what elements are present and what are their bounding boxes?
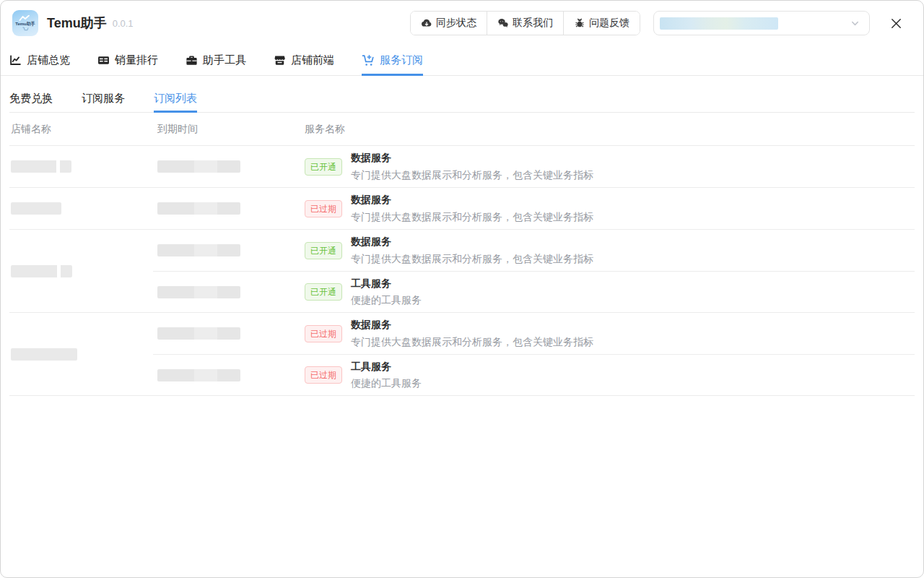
service-name: 数据服务 [351, 316, 593, 333]
shop-name-cell [9, 146, 153, 187]
storefront-icon [274, 54, 286, 66]
tab-label: 服务订阅 [380, 53, 423, 67]
table-group: 已过期数据服务专门提供大盘数据展示和分析服务，包含关键业务指标已过期工具服务便捷… [9, 313, 915, 396]
header-button-label: 同步状态 [436, 17, 476, 30]
tab-店铺前端[interactable]: 店铺前端 [274, 46, 334, 75]
table-row: 已过期数据服务专门提供大盘数据展示和分析服务，包含关键业务指标 [153, 313, 915, 354]
table-group: 已开通数据服务专门提供大盘数据展示和分析服务，包含关键业务指标已开通工具服务便捷… [9, 230, 915, 313]
header-button-group: 同步状态联系我们问题反馈 [410, 11, 640, 35]
redacted-expiry-time [157, 327, 240, 340]
service-description: 专门提供大盘数据展示和分析服务，包含关键业务指标 [351, 167, 593, 184]
shop-name-cell [9, 188, 153, 229]
tab-服务订阅[interactable]: 服务订阅 [362, 46, 423, 75]
chevron-down-icon [850, 19, 860, 28]
tab-label: 助手工具 [203, 53, 246, 67]
ranking-icon [97, 54, 110, 66]
sub-tab-bar: 免费兑换订阅服务订阅列表 [9, 85, 915, 112]
close-button[interactable] [889, 16, 903, 30]
line-chart-icon [9, 54, 22, 66]
header-button-label: 联系我们 [513, 17, 553, 30]
cart-icon [362, 54, 375, 67]
table-row: 已开通工具服务便捷的工具服务 [153, 271, 915, 312]
expiry-time-cell [153, 327, 300, 340]
service-name: 数据服务 [351, 191, 593, 208]
header-button-1[interactable]: 同步状态 [411, 12, 487, 35]
redacted-shop-name [660, 17, 778, 30]
main-tab-bar: 店铺总览销量排行助手工具店铺前端服务订阅 [1, 46, 923, 76]
tab-label: 店铺总览 [27, 53, 70, 67]
service-text: 数据服务专门提供大盘数据展示和分析服务，包含关键业务指标 [351, 150, 593, 183]
sub-tab-bar-wrap: 免费兑换订阅服务订阅列表 [9, 85, 915, 113]
service-text: 工具服务便捷的工具服务 [351, 358, 422, 392]
header-button-2[interactable]: 联系我们 [487, 12, 563, 35]
status-badge: 已开通 [305, 283, 342, 301]
redacted-shop-name [11, 202, 61, 215]
redacted-shop-name [11, 348, 77, 361]
service-cell: 已开通工具服务便捷的工具服务 [300, 275, 915, 309]
shop-selector[interactable] [653, 11, 870, 35]
service-rows: 已过期数据服务专门提供大盘数据展示和分析服务，包含关键业务指标 [153, 188, 915, 229]
tab-助手工具[interactable]: 助手工具 [186, 46, 246, 75]
redacted-shop-name [11, 160, 71, 173]
header-button-3[interactable]: 问题反馈 [563, 12, 640, 35]
service-text: 数据服务专门提供大盘数据展示和分析服务，包含关键业务指标 [351, 316, 593, 350]
service-name: 数据服务 [351, 150, 593, 166]
table-group: 已过期数据服务专门提供大盘数据展示和分析服务，包含关键业务指标 [9, 188, 915, 230]
subtab-订阅列表[interactable]: 订阅列表 [154, 85, 197, 112]
status-badge: 已过期 [305, 366, 342, 384]
shop-name-cell [9, 230, 153, 312]
status-badge: 已过期 [305, 325, 342, 342]
service-rows: 已开通数据服务专门提供大盘数据展示和分析服务，包含关键业务指标 [153, 146, 915, 187]
table-row: 已过期数据服务专门提供大盘数据展示和分析服务，包含关键业务指标 [153, 188, 915, 229]
redacted-expiry-time [157, 160, 240, 173]
subtab-免费兑换[interactable]: 免费兑换 [9, 85, 53, 112]
service-text: 数据服务专门提供大盘数据展示和分析服务，包含关键业务指标 [351, 191, 593, 225]
expiry-time-cell [153, 369, 300, 381]
service-rows: 已过期数据服务专门提供大盘数据展示和分析服务，包含关键业务指标已过期工具服务便捷… [153, 313, 915, 395]
service-rows: 已开通数据服务专门提供大盘数据展示和分析服务，包含关键业务指标已开通工具服务便捷… [153, 230, 915, 312]
column-header-expiry-time: 到期时间 [153, 123, 300, 136]
redacted-expiry-time [157, 286, 240, 298]
column-header-service-name: 服务名称 [300, 123, 915, 136]
logo-chart-icon [19, 15, 32, 22]
cloud-sync-icon [421, 17, 432, 29]
expiry-time-cell [153, 202, 300, 215]
service-description: 专门提供大盘数据展示和分析服务，包含关键业务指标 [351, 334, 593, 350]
service-name: 数据服务 [351, 233, 593, 250]
expiry-time-cell [153, 286, 300, 298]
logo-text: Temu助手 [15, 22, 35, 27]
service-text: 数据服务专门提供大盘数据展示和分析服务，包含关键业务指标 [351, 233, 593, 267]
subscription-table: 店铺名称 到期时间 服务名称 已开通数据服务专门提供大盘数据展示和分析服务，包含… [9, 113, 915, 396]
subtab-label: 免费兑换 [9, 92, 53, 105]
subtab-订阅服务[interactable]: 订阅服务 [82, 85, 125, 112]
service-cell: 已过期数据服务专门提供大盘数据展示和分析服务，包含关键业务指标 [300, 316, 915, 350]
table-row: 已开通数据服务专门提供大盘数据展示和分析服务，包含关键业务指标 [153, 230, 915, 271]
service-name: 工具服务 [351, 358, 422, 375]
status-badge: 已开通 [305, 158, 342, 176]
subtab-label: 订阅服务 [82, 92, 125, 105]
tab-label: 销量排行 [115, 53, 158, 67]
toolbox-icon [186, 54, 198, 66]
service-cell: 已过期工具服务便捷的工具服务 [300, 358, 915, 392]
service-name: 工具服务 [351, 275, 422, 292]
redacted-expiry-time [157, 369, 240, 381]
app-logo-icon: Temu助手 [12, 10, 38, 36]
service-description: 专门提供大盘数据展示和分析服务，包含关键业务指标 [351, 209, 593, 225]
bug-icon [574, 17, 585, 29]
table-header-row: 店铺名称 到期时间 服务名称 [9, 113, 915, 146]
tab-销量排行[interactable]: 销量排行 [97, 46, 158, 75]
app-title: Temu助手 [47, 14, 107, 32]
redacted-expiry-time [157, 202, 240, 215]
table-group: 已开通数据服务专门提供大盘数据展示和分析服务，包含关键业务指标 [9, 146, 915, 188]
service-description: 便捷的工具服务 [351, 292, 422, 309]
contact-icon [497, 17, 509, 29]
service-description: 专门提供大盘数据展示和分析服务，包含关键业务指标 [351, 251, 593, 267]
expiry-time-cell [153, 244, 300, 256]
tab-label: 店铺前端 [291, 53, 334, 67]
redacted-expiry-time [157, 244, 240, 256]
titlebar: Temu助手 Temu助手 0.0.1 同步状态联系我们问题反馈 [1, 1, 923, 46]
subtab-label: 订阅列表 [154, 92, 197, 105]
tab-店铺总览[interactable]: 店铺总览 [9, 46, 70, 75]
table-body: 已开通数据服务专门提供大盘数据展示和分析服务，包含关键业务指标已过期数据服务专门… [9, 146, 915, 396]
redacted-shop-name [11, 265, 72, 277]
